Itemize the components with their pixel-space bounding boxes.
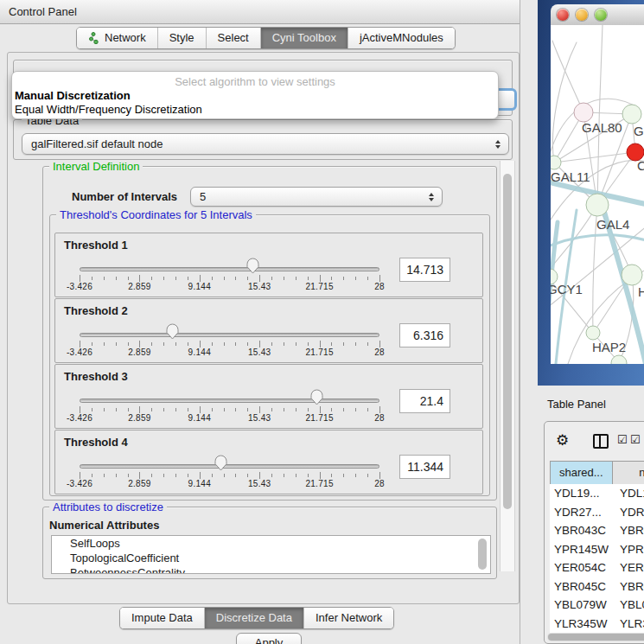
tick-mark xyxy=(296,474,296,477)
intervals-combobox[interactable]: 5 xyxy=(190,187,443,207)
panel-scrollbar-track[interactable] xyxy=(500,161,515,571)
tick-mark xyxy=(92,474,92,477)
tick-mark xyxy=(331,408,332,411)
node-label: GAL11 xyxy=(551,169,590,184)
tick-mark xyxy=(259,472,260,479)
threshold-1-panel: Threshold 1 -3.4262.8599.14415.4321.7152… xyxy=(54,233,483,297)
tick-mark xyxy=(367,277,368,280)
attribute-list-item[interactable]: BetweennessCentrality xyxy=(52,565,490,574)
tick-mark xyxy=(308,342,309,346)
slider-tick-labels: -3.4262.8599.14415.4321.71528 xyxy=(80,348,379,358)
tick-mark xyxy=(379,341,380,348)
slider-track[interactable] xyxy=(80,464,379,469)
attribute-list-item[interactable]: SelfLoops xyxy=(52,536,490,551)
threshold-value-field[interactable]: 21.4 xyxy=(399,389,450,413)
threshold-value-field[interactable]: 6.316 xyxy=(399,323,450,348)
tick-mark xyxy=(175,408,176,411)
column-header-shared-name[interactable]: shared... xyxy=(550,462,613,484)
minimize-traffic-button[interactable] xyxy=(576,9,588,21)
slider-handle[interactable] xyxy=(214,455,227,471)
slider-handle[interactable] xyxy=(246,258,259,274)
node-label: GAL4 xyxy=(596,217,629,232)
column-header-name[interactable]: n... xyxy=(613,462,644,484)
gear-icon[interactable]: ⚙ xyxy=(556,433,569,448)
split-columns-icon[interactable] xyxy=(593,434,609,449)
tab-infer-network[interactable]: Infer Network xyxy=(304,608,393,628)
checkbox-icon[interactable]: ☑ xyxy=(617,433,628,446)
tab-discretize-data[interactable]: Discretize Data xyxy=(205,608,304,628)
table-row[interactable]: YPR145WYPR1 xyxy=(550,540,644,559)
table-row[interactable]: YDL19...YDL1 xyxy=(550,484,644,503)
tick-mark xyxy=(320,472,321,479)
tick-mark xyxy=(343,474,344,477)
list-scrollbar-thumb[interactable] xyxy=(478,539,487,570)
tick-label: 28 xyxy=(374,282,385,291)
dropdown-option-manual[interactable]: Manual Discretization xyxy=(12,89,498,103)
tick-mark xyxy=(296,408,296,411)
control-panel-titlebar: Control Panel ✖ xyxy=(0,0,520,24)
tick-mark xyxy=(235,342,236,346)
tick-mark xyxy=(151,342,152,346)
slider-track[interactable] xyxy=(80,267,379,271)
table-row[interactable]: YER054CYER0 xyxy=(550,558,644,577)
bottom-tab-bar: Impute DataDiscretize DataInfer Network xyxy=(119,607,394,629)
node-label: HAP2 xyxy=(592,340,626,354)
cell-name: YBR0 xyxy=(612,521,644,540)
checkbox-icon[interactable]: ☑ xyxy=(630,433,641,446)
network-window-titlebar[interactable] xyxy=(551,4,644,26)
tick-label: 21.715 xyxy=(305,282,333,291)
table-row[interactable]: YLR345WYLR3 xyxy=(550,615,644,634)
dropdown-option-equal-width[interactable]: Equal Width/Frequency Discretization xyxy=(12,103,498,117)
stepper-arrows-icon xyxy=(495,140,501,149)
control-panel-window: Control Panel ✖ NetworkStyleSelectCyni T… xyxy=(0,0,520,644)
table-row[interactable]: YDR27...YDR2 xyxy=(550,503,644,522)
cell-shared-name: YBL079W xyxy=(550,596,612,615)
attribute-list-item[interactable]: TopologicalCoefficient xyxy=(52,551,490,565)
table-row[interactable]: YBR043CYBR0 xyxy=(550,521,644,540)
dropdown-prompt-option[interactable]: Select algorithm to view settings xyxy=(12,75,498,89)
tab-style[interactable]: Style xyxy=(158,28,207,48)
close-traffic-button[interactable] xyxy=(557,9,569,21)
table-row[interactable]: YBR045CYBR0 xyxy=(550,577,644,596)
threshold-label: Threshold 4 xyxy=(64,436,128,449)
tick-mark xyxy=(284,474,284,477)
slider-track[interactable] xyxy=(80,399,379,403)
zoom-traffic-button[interactable] xyxy=(595,9,607,21)
threshold-value-field[interactable]: 11.344 xyxy=(399,455,450,479)
tick-mark xyxy=(343,342,344,346)
slider-handle[interactable] xyxy=(310,389,323,405)
table-hscrollbar-thumb[interactable] xyxy=(548,634,644,641)
table-hscrollbar-track[interactable] xyxy=(547,633,644,641)
network-node[interactable] xyxy=(574,103,593,122)
tab-impute-data[interactable]: Impute Data xyxy=(120,608,205,628)
tick-mark xyxy=(80,472,80,479)
network-node[interactable] xyxy=(622,105,641,124)
network-node[interactable] xyxy=(586,326,600,340)
tab-jactivemnodules[interactable]: jActiveMNodules xyxy=(348,28,455,48)
tick-mark xyxy=(104,474,105,477)
tick-mark xyxy=(355,408,356,411)
cell-name: YPR1 xyxy=(612,540,644,559)
slider-track[interactable] xyxy=(80,333,379,337)
threshold-value-field[interactable]: 14.713 xyxy=(399,258,450,282)
network-canvas[interactable]: GAL80 G. C GAL11 GAL4 GCY1 H HAP2 xyxy=(551,25,644,364)
cell-shared-name: YPR145W xyxy=(550,540,612,559)
slider-handle[interactable] xyxy=(166,323,179,340)
network-node[interactable] xyxy=(622,265,642,285)
tick-mark xyxy=(235,474,236,477)
tab-network[interactable]: Network xyxy=(77,28,158,48)
tab-cyni-toolbox[interactable]: Cyni Toolbox xyxy=(261,28,348,48)
table-data-combobox[interactable]: galFiltered.sif default node xyxy=(22,133,509,155)
tab-select[interactable]: Select xyxy=(207,28,261,48)
threshold-label: Threshold 1 xyxy=(64,239,128,252)
panel-scrollbar-thumb[interactable] xyxy=(503,174,512,509)
tick-mark xyxy=(212,342,213,346)
apply-button[interactable]: Apply xyxy=(236,633,302,644)
network-node[interactable] xyxy=(551,156,561,169)
network-node[interactable] xyxy=(586,194,609,216)
tick-mark xyxy=(151,277,152,280)
tab-label: Style xyxy=(169,28,194,48)
tick-mark xyxy=(92,408,92,411)
table-row[interactable]: YBL079WYBL0 xyxy=(550,596,644,615)
tab-label: Select xyxy=(218,28,249,48)
